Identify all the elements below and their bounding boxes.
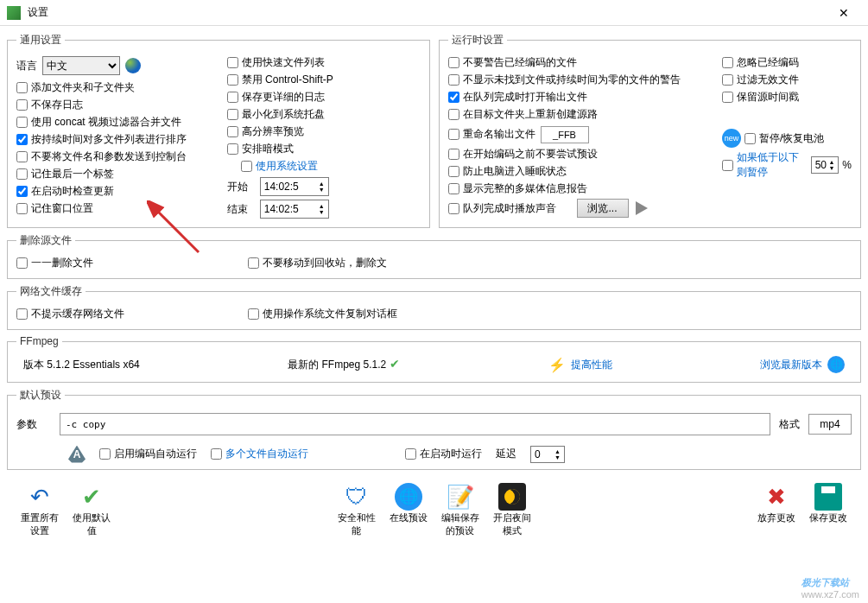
ffmpeg-latest: 最新的 FFmpeg 5.1.2: [288, 359, 386, 371]
watermark: 极光下载站 www.xz7.com: [801, 576, 859, 600]
lang-select[interactable]: 中文: [42, 56, 120, 75]
save-button[interactable]: 保存更改: [808, 482, 849, 524]
delay-label: 延迟: [496, 447, 516, 461]
param-label: 参数: [16, 417, 51, 432]
chk-no-send-console[interactable]: [16, 151, 28, 162]
chk-no-try-preset[interactable]: [448, 149, 459, 160]
ffmpeg-version: 版本 5.1.2 Essentials x64: [23, 358, 140, 372]
moon-icon: [497, 482, 527, 511]
chk-delete-one[interactable]: [16, 257, 28, 269]
chk-remember-window[interactable]: [16, 203, 28, 214]
x-icon: ✖: [762, 482, 791, 511]
save-icon: [814, 482, 843, 511]
chk-run-on-start[interactable]: [405, 448, 416, 460]
reset-all-button[interactable]: ↶重置所有设置: [19, 482, 60, 537]
general-legend: 通用设置: [16, 33, 65, 48]
ffmpeg-legend: FFmpeg: [16, 335, 62, 347]
edit-saved-button[interactable]: 📝编辑保存的预设: [440, 482, 481, 537]
delete-src-legend: 删除源文件: [16, 233, 75, 248]
bolt-icon: ⚡: [548, 357, 566, 373]
chk-no-recycle[interactable]: [248, 257, 259, 269]
runtime-legend: 运行时设置: [448, 33, 507, 48]
chk-no-prompt-cache[interactable]: [16, 308, 28, 320]
chk-play-sound[interactable]: [448, 203, 459, 214]
chk-no-warn-encoded[interactable]: [448, 57, 459, 68]
chk-add-subfolders[interactable]: [16, 82, 28, 93]
chk-remember-tab[interactable]: [16, 168, 28, 180]
format-label: 格式: [779, 417, 800, 432]
app-icon: [7, 6, 21, 20]
check-icon: ✔: [77, 482, 106, 511]
auto-icon: A: [68, 446, 86, 463]
check-icon: ✔: [390, 357, 400, 371]
globe-icon: 🌐: [394, 482, 423, 511]
chk-pause-below[interactable]: [722, 160, 733, 171]
chk-use-sys-settings[interactable]: [241, 161, 252, 172]
param-input[interactable]: [60, 413, 770, 435]
chk-no-show-missing[interactable]: [448, 74, 459, 86]
browse-latest-link[interactable]: 浏览最新版本: [760, 358, 822, 372]
online-preset-button[interactable]: 🌐在线预设: [388, 482, 429, 524]
document-edit-icon: 📝: [446, 482, 475, 511]
chk-use-os-copy[interactable]: [248, 308, 259, 320]
window-title: 设置: [28, 5, 827, 20]
boost-perf-link[interactable]: 提高性能: [571, 358, 612, 372]
chk-no-sleep[interactable]: [448, 166, 459, 177]
chk-high-dpi[interactable]: [227, 126, 238, 137]
chk-open-on-complete[interactable]: [448, 92, 459, 103]
delay-input[interactable]: 0▲▼: [530, 446, 565, 463]
chk-disable-csp[interactable]: [227, 74, 238, 86]
chk-concat-filter[interactable]: [16, 117, 28, 128]
format-value[interactable]: mp4: [808, 414, 852, 435]
net-cache-legend: 网络文件缓存: [16, 284, 86, 299]
chk-min-tray[interactable]: [227, 109, 238, 120]
globe-icon[interactable]: [125, 58, 141, 73]
chk-keep-timestamp[interactable]: [722, 92, 733, 103]
new-badge-icon: new: [722, 129, 741, 148]
chk-multi-auto-run[interactable]: [211, 448, 222, 460]
lang-label: 语言: [16, 59, 37, 73]
chk-check-update[interactable]: [16, 186, 28, 197]
chk-rename-output[interactable]: [448, 129, 459, 140]
end-time-input[interactable]: 14:02:5▲▼: [260, 200, 329, 219]
preset-legend: 默认预设: [16, 388, 65, 403]
chk-pause-battery[interactable]: [744, 133, 756, 144]
chk-no-save-log[interactable]: [16, 99, 28, 111]
night-mode-button[interactable]: 开启夜间模式: [491, 482, 533, 537]
chk-ignore-encoded[interactable]: [722, 57, 733, 68]
shield-icon: 🛡: [342, 482, 371, 511]
discard-button[interactable]: ✖放弃更改: [756, 482, 797, 524]
rename-suffix-field[interactable]: _FFB: [541, 126, 589, 143]
browse-sound-button[interactable]: 浏览...: [577, 199, 629, 218]
start-time-input[interactable]: 14:02:5▲▼: [260, 177, 329, 196]
chk-recreate-source[interactable]: [448, 109, 459, 120]
close-button[interactable]: ✕: [827, 6, 861, 20]
chk-filter-invalid[interactable]: [722, 74, 733, 86]
play-icon[interactable]: [636, 201, 648, 215]
chk-sort-duration[interactable]: [16, 134, 28, 145]
undo-icon: ↶: [25, 482, 54, 511]
start-label: 开始: [227, 180, 253, 194]
chk-show-full-report[interactable]: [448, 183, 459, 194]
pause-threshold-input[interactable]: 50▲▼: [811, 156, 839, 174]
safe-perf-button[interactable]: 🛡安全和性能: [336, 482, 377, 537]
chk-dark-mode[interactable]: [227, 143, 238, 155]
chk-save-detailed-log[interactable]: [227, 92, 238, 103]
chk-fast-filelist[interactable]: [227, 57, 238, 68]
chk-auto-run-encode[interactable]: [99, 448, 111, 460]
globe-icon[interactable]: 🌐: [827, 356, 845, 373]
use-default-button[interactable]: ✔使用默认值: [71, 482, 112, 537]
end-label: 结束: [227, 202, 253, 217]
